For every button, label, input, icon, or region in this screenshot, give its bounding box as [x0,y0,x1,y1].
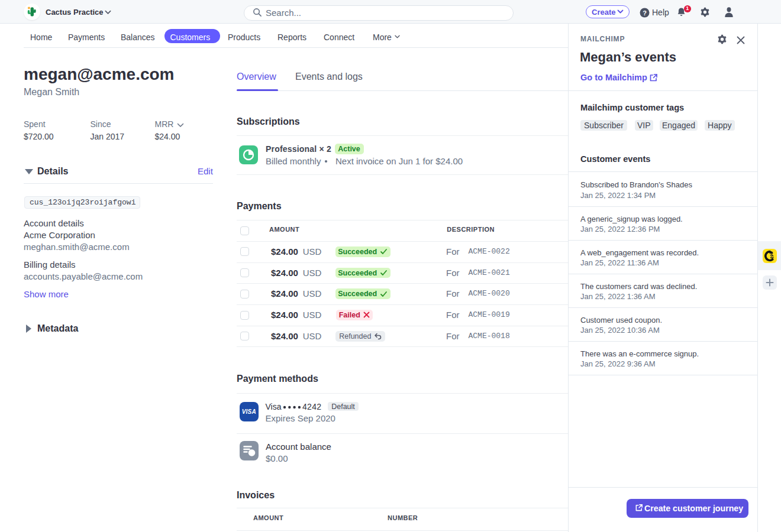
svg-text:?: ? [643,9,647,16]
